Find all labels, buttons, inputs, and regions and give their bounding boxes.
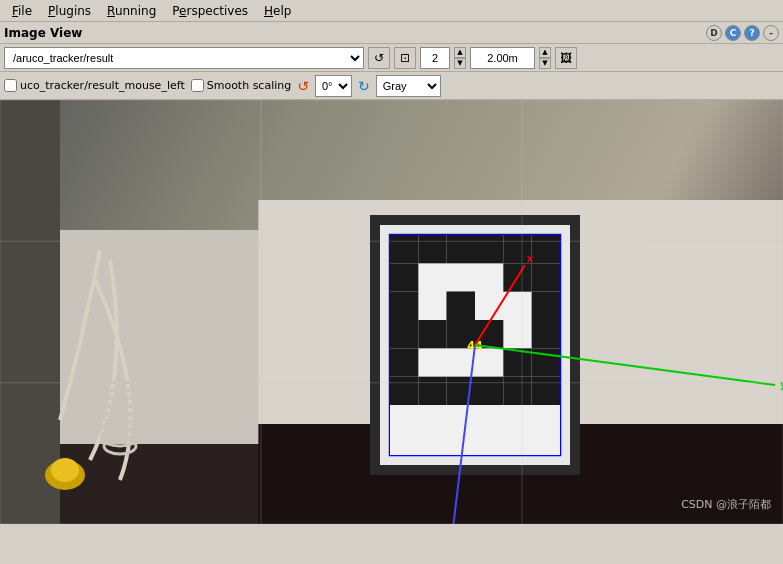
- menu-plugins[interactable]: Plugins: [40, 2, 99, 20]
- zoom-down[interactable]: ▼: [454, 58, 466, 69]
- distance-up[interactable]: ▲: [539, 47, 551, 58]
- zoom-spinner: ▲ ▼: [454, 47, 466, 69]
- topic-mouse-label: uco_tracker/result_mouse_left: [20, 79, 185, 92]
- distance-input[interactable]: [470, 47, 535, 69]
- titlebar: Image View D C ? -: [0, 22, 783, 44]
- menubar: File Plugins Running Perspectives Help: [0, 0, 783, 22]
- menu-file[interactable]: File: [4, 2, 40, 20]
- smooth-scaling-group: Smooth scaling: [191, 79, 292, 92]
- titlebar-icons: D C ? -: [706, 25, 779, 41]
- toolbar1: /aruco_tracker/result ↺ ⊡ ▲ ▼ ▲ ▼ 🖼: [0, 44, 783, 72]
- titlebar-c-button[interactable]: C: [725, 25, 741, 41]
- window-title: Image View: [4, 26, 706, 40]
- toolbar2: uco_tracker/result_mouse_left Smooth sca…: [0, 72, 783, 100]
- smooth-scaling-checkbox[interactable]: [191, 79, 204, 92]
- menu-help[interactable]: Help: [256, 2, 299, 20]
- image-area: CSDN @浪子陌都: [0, 100, 783, 524]
- titlebar-close-button[interactable]: -: [763, 25, 779, 41]
- rotate-cw-icon[interactable]: ↻: [358, 78, 370, 94]
- colormap-select[interactable]: Gray: [376, 75, 441, 97]
- menu-running[interactable]: Running: [99, 2, 164, 20]
- distance-down[interactable]: ▼: [539, 58, 551, 69]
- rotation-select[interactable]: 0°: [315, 75, 352, 97]
- refresh-button[interactable]: ↺: [368, 47, 390, 69]
- zoom-input[interactable]: [420, 47, 450, 69]
- topic-mouse-checkbox[interactable]: [4, 79, 17, 92]
- titlebar-d-button[interactable]: D: [706, 25, 722, 41]
- zoom-up[interactable]: ▲: [454, 47, 466, 58]
- topic-mouse-group: uco_tracker/result_mouse_left: [4, 79, 185, 92]
- watermark: CSDN @浪子陌都: [681, 497, 771, 512]
- titlebar-help-button[interactable]: ?: [744, 25, 760, 41]
- image-icon-button[interactable]: 🖼: [555, 47, 577, 69]
- rotate-ccw-icon[interactable]: ↺: [297, 78, 309, 94]
- distance-spinner: ▲ ▼: [539, 47, 551, 69]
- snapshot-button[interactable]: ⊡: [394, 47, 416, 69]
- topic-select[interactable]: /aruco_tracker/result: [4, 47, 364, 69]
- camera-canvas: [0, 100, 783, 524]
- menu-perspectives[interactable]: Perspectives: [164, 2, 256, 20]
- smooth-scaling-label: Smooth scaling: [207, 79, 292, 92]
